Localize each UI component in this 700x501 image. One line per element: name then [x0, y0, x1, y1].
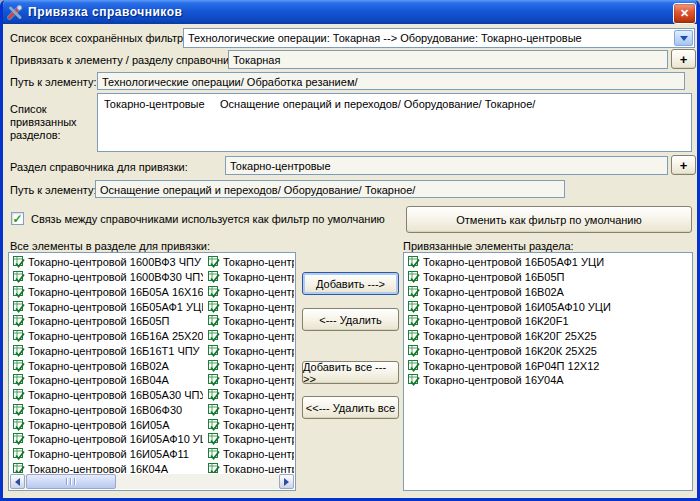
remove-button[interactable]: <--- Удалить — [302, 308, 399, 331]
list-item-label: Токарно-центровой — [223, 330, 294, 342]
list-item[interactable]: Токарно-центровой — [205, 447, 294, 462]
bound-sections-listbox[interactable]: Токарно-центровые Оснащение операций и п… — [97, 93, 692, 152]
list-item[interactable]: Токарно-центровой — [205, 314, 294, 329]
horizontal-scrollbar[interactable] — [10, 474, 294, 489]
list-item[interactable]: Токарно-центровой 1600ВФ30 ЧПУ — [10, 270, 203, 285]
default-filter-checkbox[interactable]: ✓ — [11, 212, 24, 225]
list-item[interactable]: Токарно-центровой 16Б05А 16Х16 — [10, 285, 203, 300]
list-item[interactable]: Токарно-центровой 16И05АФ11 — [10, 447, 203, 462]
equipment-icon — [13, 315, 25, 327]
scroll-left-button[interactable] — [10, 474, 25, 489]
list-item[interactable]: Токарно-центровой — [205, 299, 294, 314]
equipment-icon — [208, 389, 220, 401]
list-item-label: Токарно-центровой 16В06Ф30 — [28, 404, 182, 416]
bind-element-field[interactable]: Токарная — [228, 50, 668, 69]
bind-section-add-button[interactable]: + — [671, 155, 696, 175]
list-item[interactable]: Токарно-центровой 16И05АФ10 УЦИ — [405, 299, 691, 314]
list-item[interactable]: Токарно-центровой 16И05АФ10 УЦИ — [10, 432, 203, 447]
equipment-icon — [208, 286, 220, 298]
list-item[interactable]: Токарно-центровой 16К04А — [10, 462, 203, 474]
close-button[interactable]: ✕ — [673, 3, 696, 24]
equipment-icon — [13, 419, 25, 431]
saved-filters-combobox[interactable]: Технологические операции: Токарная --> О… — [183, 28, 695, 48]
equipment-icon — [208, 463, 220, 473]
list-item[interactable]: Токарно-центровой 16В05А30 ЧПУ — [10, 388, 203, 403]
list-item[interactable]: Токарно-центровой 16У04А — [405, 373, 691, 388]
list-item[interactable]: Токарно-центровой 16Б05АФ1 УЦИ — [10, 299, 203, 314]
list-item-label: Токарно-центровой — [223, 256, 294, 268]
list-item[interactable]: Токарно-центровой — [205, 388, 294, 403]
cancel-default-filter-button[interactable]: Отменить как фильтр по умолчанию — [406, 206, 692, 233]
list-item[interactable]: Токарно-центровой 16Р04П 12Х12 — [405, 358, 691, 373]
bind-section-field[interactable]: Токарно-центровые — [225, 156, 668, 175]
list-item-label: Токарно-центровой 1600ВФ30 ЧПУ — [28, 271, 203, 283]
list-item-label: Токарно-центровой 16И05АФ10 УЦИ — [423, 301, 611, 313]
bound-section-row[interactable]: Токарно-центровые Оснащение операций и п… — [98, 94, 691, 112]
list-item[interactable]: Токарно-центровой — [205, 417, 294, 432]
list-item[interactable]: Токарно-центровой 16К20Г 25Х25 — [405, 329, 691, 344]
list-item-label: Токарно-центровой 16В04А — [28, 374, 169, 386]
equipment-icon — [13, 433, 25, 445]
list-item[interactable]: Токарно-центровой — [205, 462, 294, 474]
title-bar: Привязка справочников ✕ — [0, 0, 700, 24]
equipment-icon — [208, 301, 220, 313]
chevron-down-icon — [680, 36, 688, 41]
add-button[interactable]: Добавить ---> — [302, 272, 399, 295]
list-item-label: Токарно-центровой 16В02А — [423, 286, 564, 298]
window-title: Привязка справочников — [28, 5, 182, 19]
equipment-icon — [13, 448, 25, 460]
list-item[interactable]: Токарно-центровой — [205, 255, 294, 270]
list-item[interactable]: Токарно-центровой — [205, 344, 294, 359]
bound-section-name: Токарно-центровые — [104, 98, 220, 110]
list-item[interactable]: Токарно-центровой — [205, 358, 294, 373]
list-item[interactable]: Токарно-центровой 16Б16А 25Х20 — [10, 329, 203, 344]
list-item[interactable]: Токарно-центровой — [205, 432, 294, 447]
list-item[interactable]: Токарно-центровой 16Б05П — [405, 270, 691, 285]
equipment-icon — [13, 404, 25, 416]
list-item[interactable]: Токарно-центровой 16Б16Т1 ЧПУ — [10, 344, 203, 359]
equipment-icon — [13, 271, 25, 283]
equipment-icon — [408, 374, 420, 386]
bound-elements-listbox[interactable]: Токарно-центровой 16Б05АФ1 УЦИ Токарно-ц… — [403, 252, 693, 491]
remove-all-button[interactable]: <<--- Удалить все — [302, 396, 399, 419]
list-item[interactable]: Токарно-центровой 16К20F1 — [405, 314, 691, 329]
list-item[interactable]: Токарно-центровой — [205, 329, 294, 344]
equipment-icon — [208, 419, 220, 431]
plus-icon: + — [680, 158, 688, 173]
scroll-right-icon — [284, 478, 289, 486]
list-item[interactable]: Токарно-центровой 16К20К 25Х25 — [405, 344, 691, 359]
bind-element-add-button[interactable]: + — [671, 49, 696, 69]
list-item[interactable]: Токарно-центровой — [205, 285, 294, 300]
list-item-label: Токарно-центровой 16Б16А 25Х20 — [28, 330, 203, 342]
equipment-icon — [408, 330, 420, 342]
list-item[interactable]: Токарно-центровой — [205, 403, 294, 418]
list-item[interactable]: Токарно-центровой 16В06Ф30 — [10, 403, 203, 418]
equipment-icon — [408, 345, 420, 357]
list-item[interactable]: Токарно-центровой 16Б05АФ1 УЦИ — [405, 255, 691, 270]
combo-dropdown-button[interactable] — [674, 30, 693, 46]
scroll-right-button[interactable] — [279, 474, 294, 489]
list-item[interactable]: Токарно-центровой — [205, 373, 294, 388]
list-item-label: Токарно-центровой 16У04А — [423, 374, 564, 386]
equipment-icon — [13, 374, 25, 386]
list-item-label: Токарно-центровой 16И05А — [28, 419, 170, 431]
list-item-label: Токарно-центровой 16В02А — [28, 360, 169, 372]
list-item[interactable]: Токарно-центровой — [205, 270, 294, 285]
equipment-icon — [408, 315, 420, 327]
all-elements-column2: Токарно-центровой Токарно-центровой — [205, 255, 294, 473]
list-item[interactable]: Токарно-центровой 16Б05П — [10, 314, 203, 329]
list-item[interactable]: Токарно-центровой 16В02А — [405, 285, 691, 300]
list-item[interactable]: Токарно-центровой 16И05А — [10, 417, 203, 432]
list-item-label: Токарно-центровой 16Б05П — [423, 271, 564, 283]
list-item-label: Токарно-центровой 16В05А30 ЧПУ — [28, 389, 203, 401]
list-item-label: Токарно-центровой 16Б05П — [28, 315, 169, 327]
scrollbar-thumb[interactable] — [26, 474, 116, 489]
add-all-button[interactable]: Добавить все --->> — [302, 361, 399, 384]
list-item[interactable]: Токарно-центровой 16В04А — [10, 373, 203, 388]
scroll-left-icon — [15, 478, 20, 486]
all-elements-listbox[interactable]: Токарно-центровой 1600ВФ3 ЧПУ Токарно-це… — [8, 252, 296, 491]
list-item[interactable]: Токарно-центровой 16В02А — [10, 358, 203, 373]
list-item[interactable]: Токарно-центровой 1600ВФ3 ЧПУ — [10, 255, 203, 270]
list-item-label: Токарно-центровой — [223, 463, 294, 473]
bind-references-dialog: Привязка справочников ✕ Список всех сохр… — [0, 0, 700, 501]
